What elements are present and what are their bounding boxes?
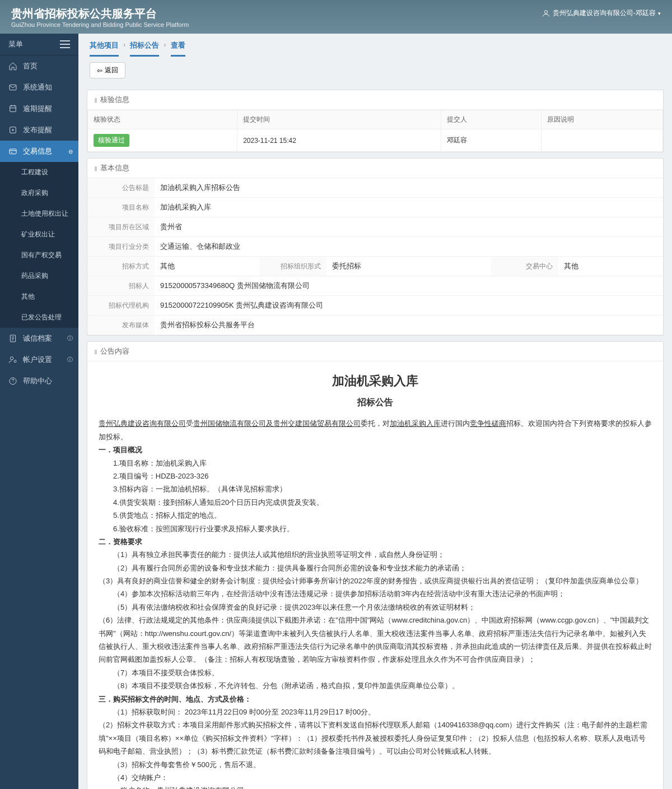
- basic-info-panel: 基本信息 公告标题加油机采购入库招标公告 项目名称加油机采购入库 项目所在区域贵…: [87, 158, 664, 336]
- svg-rect-2: [10, 106, 16, 112]
- sub-item-6[interactable]: 其他: [0, 286, 78, 307]
- sidebar-item-6[interactable]: 帐户设置ⓘ: [0, 349, 78, 370]
- verify-panel: 核验信息 核验状态 提交时间 提交人 原因说明 核验通过 2023-11-21 …: [87, 90, 664, 152]
- menu-toggle-icon[interactable]: [60, 40, 70, 48]
- publish-icon: [8, 126, 17, 134]
- svg-point-0: [544, 10, 547, 13]
- sub-item-4[interactable]: 国有产权交易: [0, 245, 78, 266]
- user-name: 贵州弘典建设咨询有限公司-邓廷容: [553, 8, 656, 18]
- sub-item-1[interactable]: 政府采购: [0, 183, 78, 203]
- notice-body: 加油机采购入库 招标公告 贵州弘典建设咨询有限公司受贵州国储物流有限公司及贵州交…: [87, 361, 663, 789]
- sidebar-item-3[interactable]: 发布提醒: [0, 119, 78, 141]
- sidebar-item-5[interactable]: 诚信档案ⓘ: [0, 328, 78, 349]
- sidebar: 菜单 首页系统通知逾期提醒发布提醒交易信息⊖工程建设政府采购土地使用权出让矿业权…: [0, 34, 78, 789]
- user-icon: [542, 9, 550, 18]
- chevron-open-icon: ⊖: [68, 148, 73, 155]
- verify-table: 核验状态 提交时间 提交人 原因说明 核验通过 2023-11-21 15:42…: [87, 110, 663, 152]
- notice-sub-title: 招标公告: [99, 395, 652, 411]
- top-header: 贵州省招标投标公共服务平台 GuiZhou Province Tendering…: [0, 0, 672, 34]
- svg-rect-1: [10, 85, 16, 90]
- sidebar-item-0[interactable]: 首页: [0, 55, 78, 77]
- site-title: 贵州省招标投标公共服务平台: [11, 6, 189, 21]
- user-dropdown[interactable]: 贵州弘典建设咨询有限公司-邓廷容 ▾: [542, 8, 661, 18]
- sidebar-item-2[interactable]: 逾期提醒: [0, 98, 78, 119]
- site-subtitle: GuiZhou Province Tendering and Bidding P…: [11, 21, 189, 28]
- chevron-down-icon: ▾: [658, 11, 661, 16]
- crumb-1[interactable]: 招标公告: [130, 40, 159, 57]
- sub-item-2[interactable]: 土地使用权出让: [0, 203, 78, 224]
- sidebar-item-4[interactable]: 交易信息⊖: [0, 141, 78, 162]
- crumb-0[interactable]: 其他项目: [90, 40, 119, 57]
- home-icon: [8, 62, 17, 71]
- sub-item-5[interactable]: 药品采购: [0, 266, 78, 286]
- main-content: 其他项目 › 招标公告 › 查看 ⇦ 返回 核验信息 核验状态 提交时间 提交人…: [78, 34, 672, 789]
- message-icon: [8, 83, 17, 92]
- svg-point-7: [14, 360, 16, 363]
- transaction-icon: [8, 147, 17, 156]
- back-button[interactable]: ⇦ 返回: [90, 62, 125, 78]
- bell-alert-icon: [8, 104, 17, 113]
- notice-main-title: 加油机采购入库: [99, 370, 652, 392]
- file-icon: [8, 334, 17, 343]
- breadcrumb: 其他项目 › 招标公告 › 查看: [78, 34, 672, 57]
- verify-panel-title: 核验信息: [87, 90, 663, 110]
- notice-panel: 公告内容 加油机采购入库 招标公告 贵州弘典建设咨询有限公司受贵州国储物流有限公…: [87, 341, 664, 789]
- svg-point-6: [10, 357, 13, 360]
- sidebar-item-1[interactable]: 系统通知: [0, 77, 78, 98]
- sub-item-0[interactable]: 工程建设: [0, 162, 78, 183]
- user-cog-icon: [8, 355, 17, 364]
- svg-rect-4: [10, 149, 16, 154]
- basic-panel-title: 基本信息: [87, 159, 663, 178]
- crumb-2: 查看: [171, 40, 185, 57]
- sub-item-7[interactable]: 已发公告处理: [0, 307, 78, 328]
- info-icon: ⓘ: [67, 356, 73, 364]
- verify-row: 核验通过 2023-11-21 15:42 邓廷容: [88, 129, 663, 152]
- help-icon: [8, 377, 17, 386]
- menu-label: 菜单: [8, 39, 23, 49]
- sidebar-item-7[interactable]: 帮助中心: [0, 370, 78, 392]
- status-badge: 核验通过: [94, 134, 129, 147]
- notice-panel-title: 公告内容: [87, 342, 663, 361]
- sub-item-3[interactable]: 矿业权出让: [0, 224, 78, 245]
- info-icon: ⓘ: [67, 335, 73, 342]
